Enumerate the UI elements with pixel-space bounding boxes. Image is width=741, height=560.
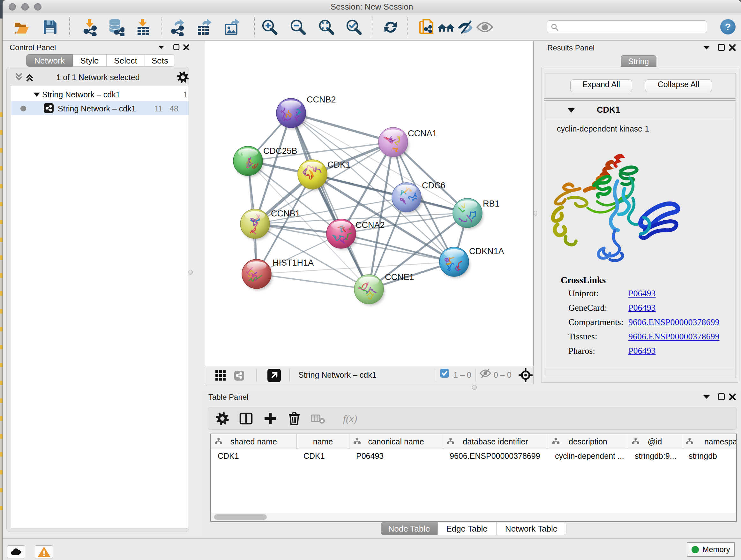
crosslink-row: Uniprot: P06493 [568, 288, 728, 303]
bottom-splitter-handle[interactable] [472, 385, 477, 390]
entry-header[interactable]: CDK1 [544, 101, 736, 120]
network-node-CDK1[interactable]: CDK1 [298, 160, 350, 190]
birdseye-button[interactable] [518, 368, 533, 383]
refresh-button[interactable] [382, 18, 400, 36]
panel-float-icon[interactable] [717, 393, 725, 401]
canvas-toolbar-separator [475, 369, 475, 381]
selected-count-button[interactable] [439, 368, 450, 379]
import-table-button[interactable] [134, 18, 152, 36]
network-view-canvas[interactable]: CCNB2CCNA1CDC25BCDK1CDC6RB1CCNB1CCNA2CDK… [205, 41, 534, 366]
expand-all-button[interactable]: Expand All [570, 79, 632, 92]
crosslink-link[interactable]: 9606.ENSP00000378699 [628, 317, 719, 327]
tree-expand-icon[interactable] [33, 91, 41, 98]
add-column-button[interactable] [262, 410, 279, 427]
collapse-all-button[interactable]: Collapse All [645, 79, 712, 92]
warning-status-button[interactable] [35, 545, 53, 558]
table-row[interactable]: CDK1CDK1P064939606.ENSP00000378699cyclin… [211, 449, 737, 463]
memory-button[interactable]: Memory [687, 542, 735, 557]
table-cell[interactable]: P06493 [349, 449, 443, 463]
entry-gene-name: CDK1 [597, 105, 620, 115]
entry-collapse-icon[interactable] [567, 107, 576, 114]
network-options-gear-icon[interactable] [177, 71, 189, 83]
hide-glasses-button[interactable] [457, 18, 475, 36]
help-button[interactable]: ? [720, 19, 736, 35]
crosslink-link[interactable]: P06493 [628, 288, 656, 299]
table-cell[interactable]: 9606.ENSP00000378699 [443, 449, 548, 463]
delete-column-button[interactable] [286, 410, 303, 427]
network-node-CCNE1[interactable]: CCNE1 [351, 272, 414, 305]
cloud-status-button[interactable] [7, 545, 25, 558]
table-cell[interactable]: CDK1 [211, 449, 297, 463]
network-node-CCNB1[interactable]: CCNB1 [240, 209, 300, 240]
search-input[interactable] [547, 20, 707, 33]
export-network-button[interactable] [169, 18, 187, 36]
table-column-header-shared-name[interactable]: shared name [211, 434, 297, 449]
desktop-edge-marker [0, 398, 3, 403]
copy-documents-button[interactable] [418, 18, 435, 36]
crosslink-link[interactable]: P06493 [628, 346, 656, 356]
panel-close-icon[interactable] [183, 44, 190, 51]
table-column-header-database-identifier[interactable]: database identifier [443, 434, 548, 449]
desktop-edge-marker [0, 166, 3, 171]
scrollbar-thumb[interactable] [214, 514, 267, 520]
crosslink-link[interactable]: P06493 [628, 303, 656, 313]
save-session-button[interactable] [41, 18, 59, 36]
network-node-CCNA1[interactable]: CCNA1 [379, 127, 437, 158]
app-window: Session: New Session [3, 0, 741, 560]
panel-float-icon[interactable] [717, 44, 725, 51]
left-splitter-handle[interactable] [188, 270, 193, 274]
zoom-fit-button[interactable] [318, 18, 335, 36]
open-session-button[interactable] [12, 18, 30, 36]
panel-float-icon[interactable] [173, 44, 180, 51]
tab-edge-table[interactable]: Edge Table [437, 522, 496, 535]
crosslink-link[interactable]: 9606.ENSP00000378699 [628, 331, 719, 341]
panel-close-icon[interactable] [729, 393, 736, 401]
table-column-header-description[interactable]: description [548, 434, 628, 449]
export-image-button[interactable] [223, 18, 241, 36]
network-edge-HIST1H1A-CCNE1[interactable] [257, 274, 369, 289]
delete-table-button[interactable] [310, 410, 327, 427]
tab-select[interactable]: Select [106, 54, 145, 67]
function-builder-button[interactable]: f(x) [336, 410, 364, 427]
table-settings-button[interactable] [214, 410, 231, 427]
results-tab-string[interactable]: String [621, 55, 657, 67]
grid-view-button[interactable] [212, 367, 229, 384]
panel-menu-icon[interactable] [702, 393, 711, 401]
network-badge-button[interactable] [230, 367, 248, 384]
table-cell[interactable]: cyclin-dependent ... [548, 449, 628, 463]
tab-sets[interactable]: Sets [145, 54, 175, 67]
show-eye-button[interactable] [476, 18, 494, 36]
zoom-in-button[interactable] [261, 18, 279, 36]
table-horizontal-scrollbar[interactable] [211, 513, 736, 521]
tab-style[interactable]: Style [73, 54, 106, 67]
export-table-button[interactable] [196, 18, 214, 36]
zoom-selected-button[interactable] [345, 18, 363, 36]
import-database-button[interactable] [107, 18, 125, 36]
import-network-button[interactable] [81, 18, 98, 36]
network-node-CDKN1A[interactable]: CDKN1A [440, 246, 504, 278]
table-column-header-name[interactable]: name [297, 434, 349, 449]
table-column-header--id[interactable]: @id [628, 434, 682, 449]
hidden-count-button[interactable] [478, 368, 492, 379]
panel-close-icon[interactable] [729, 44, 736, 51]
open-in-window-button[interactable] [265, 367, 283, 384]
network-tree-root-row[interactable]: String Network – cdk1 1 [11, 87, 189, 101]
network-tree-row-selected[interactable]: String Network – cdk1 11 48 [11, 101, 189, 115]
table-cell[interactable]: CDK1 [297, 449, 349, 463]
table-column-header-canonical-name[interactable]: canonical name [349, 434, 443, 449]
string-home-button[interactable] [437, 18, 455, 36]
network-node-CDC25B[interactable]: CDC25B [233, 146, 297, 177]
network-node-HIST1H1A[interactable]: HIST1H1A [242, 258, 314, 290]
zoom-out-button[interactable] [289, 18, 307, 36]
node-table[interactable]: shared namenamecanonical namedatabase id… [210, 434, 737, 522]
tab-node-table[interactable]: Node Table [381, 522, 437, 535]
show-columns-button[interactable] [238, 410, 255, 427]
tab-network-table[interactable]: Network Table [496, 522, 566, 535]
tab-network[interactable]: Network [26, 54, 73, 67]
panel-menu-icon[interactable] [702, 44, 711, 51]
network-node-RB1[interactable]: RB1 [453, 198, 500, 229]
table-cell[interactable]: stringdb:9... [628, 449, 682, 463]
table-column-header-namespace[interactable]: namespace [682, 434, 737, 449]
panel-menu-icon[interactable] [158, 44, 165, 51]
table-cell[interactable]: stringdb [682, 449, 737, 463]
